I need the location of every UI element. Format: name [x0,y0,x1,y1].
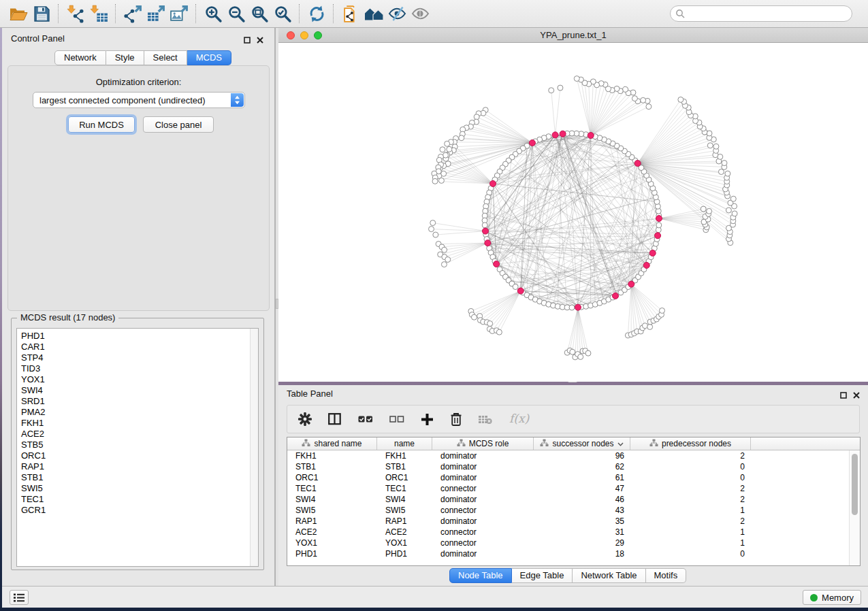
import-table-icon[interactable] [87,2,110,25]
save-session-icon[interactable] [30,2,53,25]
graph-leaf-node[interactable] [726,208,731,213]
graph-mcds-node[interactable] [494,261,500,267]
table-row[interactable]: TEC1TEC1connector472 [287,483,850,494]
graph-mcds-node[interactable] [628,281,634,287]
show-all-icon[interactable] [408,2,432,25]
mcds-result-item[interactable]: PMA2 [17,407,250,418]
select-all-checkboxes-icon[interactable] [358,414,373,424]
graph-leaf-node[interactable] [707,208,712,214]
graph-leaf-node[interactable] [647,324,653,329]
column-header-successor-nodes[interactable]: successor nodes [534,437,630,450]
graph-leaf-node[interactable] [442,247,447,252]
graph-leaf-node[interactable] [558,85,563,90]
mcds-result-item[interactable]: STB5 [17,440,250,450]
mcds-result-item[interactable]: SRD1 [17,396,250,407]
graph-leaf-node[interactable] [570,349,575,354]
new-network-from-selection-icon[interactable] [339,2,362,25]
graph-leaf-node[interactable] [642,323,647,329]
mcds-result-item[interactable]: STP4 [17,352,250,363]
result-scrollbar[interactable] [250,329,258,566]
table-row[interactable]: ORC1ORC1dominator610 [287,472,850,483]
zoom-out-icon[interactable] [225,2,248,25]
graph-leaf-node[interactable] [632,96,637,101]
graph-leaf-node[interactable] [487,321,493,327]
graph-mcds-node[interactable] [643,262,649,268]
graph-mcds-node[interactable] [613,293,619,299]
graph-node[interactable] [482,222,487,228]
graph-leaf-node[interactable] [585,350,591,356]
column-header-shared-name[interactable]: shared name [287,437,377,450]
mcds-result-item[interactable]: RAP1 [17,461,250,472]
graph-mcds-node[interactable] [529,139,535,146]
column-header-MCDS-role[interactable]: MCDS role [432,437,534,450]
tab-mcds[interactable]: MCDS [187,50,231,65]
graph-leaf-node[interactable] [440,147,445,152]
search-input[interactable] [670,5,852,22]
graph-leaf-node[interactable] [429,227,434,232]
mcds-result-item[interactable]: YOX1 [17,374,250,385]
column-header-name[interactable]: name [377,437,432,450]
graph-mcds-node[interactable] [560,131,566,137]
mcds-result-item[interactable]: STB1 [17,472,250,483]
graph-node[interactable] [513,284,518,290]
tab-style[interactable]: Style [106,50,144,65]
import-network-icon[interactable] [64,2,87,25]
graph-leaf-node[interactable] [713,144,719,149]
deselect-all-checkboxes-icon[interactable] [389,414,404,424]
graph-mcds-node[interactable] [656,216,662,222]
task-history-button[interactable] [10,590,29,605]
graph-leaf-node[interactable] [623,86,628,92]
graph-mcds-node[interactable] [634,161,641,167]
table-scrollbar-thumb[interactable] [852,454,858,515]
graph-leaf-node[interactable] [459,135,464,141]
graph-leaf-node[interactable] [447,146,452,152]
graph-leaf-node[interactable] [471,314,477,320]
graph-leaf-node[interactable] [701,206,706,212]
tab-network[interactable]: Network [54,50,106,65]
graph-leaf-node[interactable] [730,196,736,201]
graph-leaf-node[interactable] [646,104,652,110]
graph-leaf-node[interactable] [445,257,451,262]
graph-mcds-node[interactable] [649,250,656,256]
table-row[interactable]: FKH1FKH1dominator962 [287,450,850,461]
graph-leaf-node[interactable] [441,262,447,267]
run-mcds-button[interactable]: Run MCDS [68,116,135,133]
float-table-panel-icon[interactable] [840,389,847,401]
tab-node-table[interactable]: Node Table [449,568,512,583]
graph-mcds-node[interactable] [482,228,488,234]
table-scrollbar[interactable] [849,450,860,565]
mcds-result-item[interactable]: ACE2 [17,429,250,440]
export-table-icon[interactable] [144,2,167,25]
table-row[interactable]: YOX1YOX1connector291 [287,538,850,548]
table-options-gear-icon[interactable] [298,412,312,426]
mcds-result-item[interactable]: GCR1 [17,505,250,516]
mcds-result-item[interactable]: TID3 [17,363,250,374]
mcds-result-item[interactable]: SWI5 [17,483,250,494]
graph-mcds-node[interactable] [552,132,558,138]
mcds-result-list[interactable]: PHD1CAR1STP4TID3YOX1SWI4SRD1PMA2FKH1ACE2… [16,328,259,567]
table-row[interactable]: PHD1PHD1dominator180 [287,548,850,559]
graph-leaf-node[interactable] [725,171,730,176]
graph-leaf-node[interactable] [718,169,724,175]
graph-leaf-node[interactable] [445,141,450,146]
tab-network-table[interactable]: Network Table [573,568,645,583]
graph-mcds-node[interactable] [655,233,661,239]
graph-mcds-node[interactable] [575,304,581,310]
tab-select[interactable]: Select [144,50,187,65]
table-row[interactable]: ACE2ACE2connector311 [287,527,850,538]
table-row[interactable]: STB1STB1dominator620 [287,461,850,472]
export-network-icon[interactable] [121,2,144,25]
graph-leaf-node[interactable] [722,161,727,166]
table-row[interactable]: SWI4SWI4dominator462 [287,494,850,505]
tab-edge-table[interactable]: Edge Table [512,568,573,583]
graph-leaf-node[interactable] [678,97,684,102]
close-panel-icon[interactable] [257,34,263,46]
mcds-result-item[interactable]: FKH1 [17,418,250,429]
zoom-in-icon[interactable] [202,2,225,25]
network-graph[interactable] [278,43,868,382]
close-panel-button[interactable]: Close panel [143,116,214,133]
delete-column-icon[interactable] [450,412,462,427]
graph-leaf-node[interactable] [430,220,436,226]
optimization-criterion-select[interactable]: largest connected component (undirected) [33,92,245,108]
graph-leaf-node[interactable] [732,211,737,216]
